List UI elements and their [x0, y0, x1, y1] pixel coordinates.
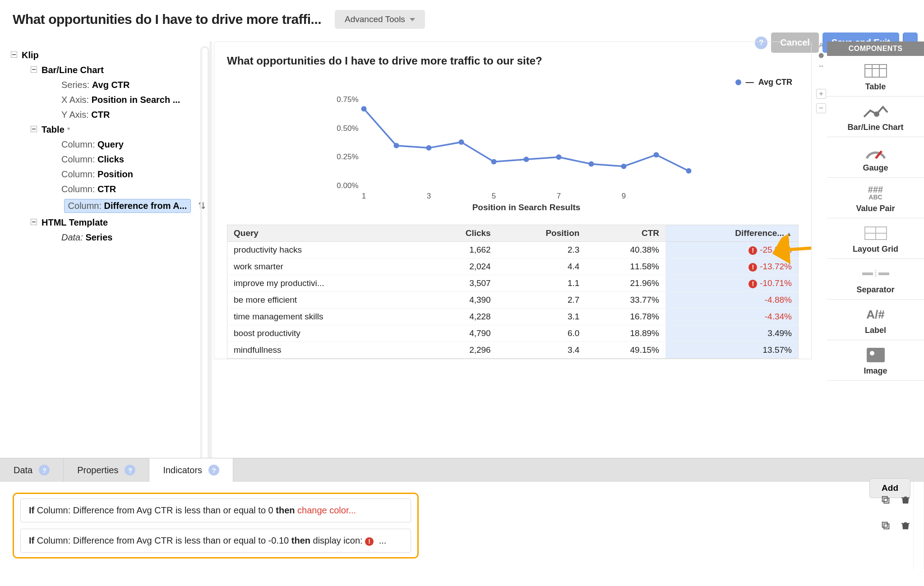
indicator-rules: If Column: Difference from Avg CTR is le…: [13, 493, 419, 558]
svg-point-35: [870, 351, 874, 355]
component-image[interactable]: Image: [827, 340, 924, 381]
help-icon[interactable]: ?: [39, 465, 50, 475]
resize-icon[interactable]: ↔: [818, 62, 825, 69]
svg-text:9: 9: [622, 192, 626, 200]
svg-text:0.50%: 0.50%: [337, 124, 358, 133]
table-row[interactable]: mindfullness2,2963.449.15%13.57%: [227, 342, 799, 359]
tree-barline[interactable]: Bar/Line Chart: [11, 63, 205, 78]
tree-html-data[interactable]: Data: Series: [11, 230, 205, 245]
component-separator[interactable]: Separator: [827, 259, 924, 300]
duplicate-icon[interactable]: [881, 521, 891, 533]
component-layout-grid[interactable]: Layout Grid: [827, 218, 924, 259]
help-icon[interactable]: ?: [125, 465, 135, 475]
duplicate-icon[interactable]: [881, 495, 891, 507]
tree-xaxis[interactable]: X Axis: Position in Search ...: [11, 92, 205, 107]
component-icon: [827, 143, 924, 161]
svg-point-15: [556, 154, 562, 160]
svg-line-21: [783, 234, 812, 264]
svg-text:1: 1: [362, 192, 366, 200]
table-row[interactable]: be more efficient4,3902.733.77%-4.88%: [227, 292, 799, 309]
collapse-icon[interactable]: [31, 126, 37, 132]
component-gauge[interactable]: Gauge: [827, 137, 924, 178]
inspector-tabs: Data? Properties? Indicators?: [0, 458, 924, 482]
table-header[interactable]: Difference...▲: [665, 225, 799, 242]
svg-point-13: [491, 159, 497, 165]
tree-col-diff[interactable]: Column: Difference from A... ⇅ ⋮: [11, 197, 205, 215]
svg-text:7: 7: [557, 192, 561, 200]
components-header: COMPONENTS: [827, 42, 924, 56]
table-row[interactable]: productivity hacks1,6622.340.38%!-25.92%: [227, 242, 799, 258]
tree-col-ctr[interactable]: Column: CTR: [11, 182, 205, 197]
advanced-tools-button[interactable]: Advanced Tools: [335, 10, 425, 29]
component-bar-line-chart[interactable]: Bar/Line Chart: [827, 97, 924, 137]
chart-svg: 0.00%0.25%0.50%0.75%13579Position in Sea…: [227, 73, 799, 213]
table-row[interactable]: improve my productivi...3,5071.121.96%!-…: [227, 275, 799, 292]
tab-properties[interactable]: Properties?: [64, 458, 149, 482]
svg-text:0.00%: 0.00%: [337, 181, 358, 190]
zoom-controls: A ⬤ ↔ + −: [816, 42, 826, 113]
tree-col-position[interactable]: Column: Position: [11, 167, 205, 182]
tree-html-template[interactable]: HTML Template: [11, 215, 205, 230]
svg-rect-37: [882, 497, 887, 502]
collapse-icon[interactable]: [31, 66, 37, 73]
svg-point-17: [621, 164, 627, 169]
component-icon: A/#: [827, 306, 924, 323]
table-row[interactable]: boost productivity4,7906.018.89%3.49%: [227, 325, 799, 342]
component-value-pair[interactable]: ###ABCValue Pair: [827, 178, 924, 218]
component-table[interactable]: Table: [827, 56, 924, 97]
scrollbar[interactable]: [913, 482, 924, 569]
data-table: QueryClicksPositionCTRDifference...▲ pro…: [227, 225, 799, 359]
indicator-rule[interactable]: If Column: Difference from Avg CTR is le…: [20, 498, 411, 522]
tree-root[interactable]: Klip: [11, 48, 205, 63]
svg-rect-36: [884, 498, 889, 503]
table-row[interactable]: work smarter2,0244.411.58%!-13.72%: [227, 258, 799, 275]
tree-series[interactable]: Series: Avg CTR: [11, 78, 205, 92]
caret-down-icon: [410, 18, 415, 21]
tree-col-query[interactable]: Column: Query: [11, 137, 205, 152]
svg-text:0.25%: 0.25%: [337, 152, 358, 161]
tab-data[interactable]: Data?: [0, 458, 64, 482]
svg-rect-33: [878, 272, 889, 275]
zoom-out-button[interactable]: −: [816, 103, 826, 113]
chart-legend: — Avg CTR: [735, 78, 792, 87]
svg-rect-34: [867, 348, 885, 362]
tree-col-clicks[interactable]: Column: Clicks: [11, 152, 205, 167]
collapse-icon[interactable]: [31, 219, 37, 225]
svg-text:Position in Search Results: Position in Search Results: [472, 203, 581, 212]
svg-point-9: [361, 106, 367, 111]
tab-indicators[interactable]: Indicators?: [149, 458, 233, 482]
zoom-in-button[interactable]: +: [816, 89, 826, 99]
svg-point-26: [875, 112, 878, 116]
table-header[interactable]: Clicks: [425, 225, 497, 242]
text-size-icon[interactable]: A: [819, 42, 823, 48]
svg-rect-38: [884, 524, 889, 529]
alert-icon: !: [748, 246, 757, 255]
trash-icon[interactable]: [901, 520, 910, 533]
legend-dot-icon: [735, 79, 741, 85]
svg-point-11: [426, 145, 432, 151]
inspector-panel: Data? Properties? Indicators? Add If Col…: [0, 458, 924, 586]
alert-icon: !: [748, 280, 757, 288]
table-row[interactable]: time management skills4,2283.116.78%-4.3…: [227, 309, 799, 325]
collapse-icon[interactable]: [11, 51, 17, 58]
top-bar: What opportunities do I have to drive mo…: [0, 0, 924, 32]
klip-preview: What opportunities do I have to drive mo…: [214, 42, 812, 359]
svg-point-12: [459, 139, 464, 145]
component-label[interactable]: A/#Label: [827, 300, 924, 340]
svg-point-16: [589, 161, 594, 167]
component-icon: [827, 346, 924, 364]
tree-table[interactable]: Table*: [11, 122, 205, 137]
svg-text:5: 5: [492, 192, 496, 200]
table-header[interactable]: Position: [497, 225, 586, 242]
svg-text:0.75%: 0.75%: [337, 95, 358, 104]
trash-icon[interactable]: [901, 494, 910, 508]
table-header[interactable]: Query: [227, 225, 425, 242]
dot-icon[interactable]: ⬤: [818, 53, 824, 58]
svg-rect-22: [865, 65, 887, 77]
svg-point-18: [654, 152, 659, 157]
tree-yaxis[interactable]: Y Axis: CTR: [11, 107, 205, 122]
indicator-rule[interactable]: If Column: Difference from Avg CTR is le…: [20, 529, 411, 553]
table-header[interactable]: CTR: [586, 225, 665, 242]
svg-rect-39: [882, 522, 887, 527]
help-icon[interactable]: ?: [208, 465, 219, 475]
